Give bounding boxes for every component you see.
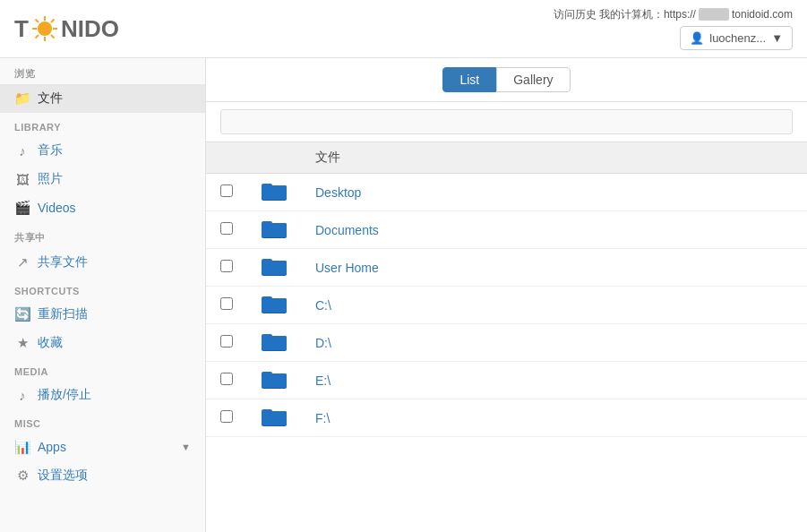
visit-url-masked [699, 8, 728, 21]
star-icon: ★ [14, 335, 30, 351]
list-view-button[interactable]: List [442, 67, 496, 92]
library-section-label: LIBRARY [0, 113, 205, 136]
row-checkbox-cell [206, 249, 247, 287]
photos-icon: 🖼 [14, 172, 30, 187]
row-checkbox[interactable] [220, 222, 233, 235]
folder-icon [262, 331, 287, 351]
row-icon-cell [247, 249, 301, 287]
logo-nido: NIDO [61, 15, 119, 43]
folder-icon [262, 181, 287, 201]
sidebar-item-files[interactable]: 📁 文件 [0, 84, 205, 113]
sidebar-item-settings[interactable]: ⚙ 设置选项 [0, 461, 205, 490]
name-column-header: 文件 [301, 142, 807, 174]
sidebar-apps-label: Apps [38, 440, 174, 454]
check-column-header [206, 142, 247, 174]
folder-icon [262, 369, 287, 389]
row-file-name[interactable]: E:\ [301, 362, 807, 399]
visit-history-text: 访问历史 我的计算机：https:// tonidoid.com [554, 7, 793, 22]
table-row: E:\ [206, 362, 807, 399]
folder-icon [262, 407, 287, 426]
row-icon-cell [247, 287, 301, 324]
rescan-icon: 🔄 [14, 306, 30, 322]
share-icon: ↗ [14, 254, 30, 270]
table-row: Desktop [206, 174, 807, 211]
row-file-name[interactable]: D:\ [301, 324, 807, 362]
sidebar-shared-files-label: 共享文件 [38, 254, 191, 270]
row-checkbox[interactable] [220, 410, 233, 423]
row-icon-cell [247, 362, 301, 399]
row-icon-cell [247, 399, 301, 437]
icon-column-header [247, 142, 301, 174]
table-row: C:\ [206, 287, 807, 324]
dropdown-arrow-icon: ▼ [771, 31, 783, 45]
svg-line-8 [35, 35, 39, 39]
search-bar [206, 102, 807, 142]
shared-section-label: 共享中 [0, 222, 205, 248]
svg-line-7 [51, 20, 55, 23]
user-icon: 👤 [690, 31, 704, 45]
row-file-name[interactable]: User Home [301, 249, 807, 287]
row-checkbox-cell [206, 362, 247, 399]
sidebar-settings-label: 设置选项 [38, 468, 191, 484]
row-checkbox-cell [206, 211, 247, 249]
folder-icon: 📁 [14, 90, 30, 107]
row-checkbox[interactable] [220, 335, 233, 348]
main-layout: 浏览 📁 文件 LIBRARY ♪ 音乐 🖼 照片 🎬 Videos 共享中 ↗… [0, 58, 807, 532]
settings-icon: ⚙ [14, 468, 30, 484]
folder-icon [262, 219, 287, 238]
table-row: F:\ [206, 399, 807, 437]
gallery-view-button[interactable]: Gallery [496, 67, 570, 92]
row-icon-cell [247, 324, 301, 362]
play-icon: ♪ [14, 388, 30, 403]
svg-rect-11 [262, 184, 272, 188]
sidebar-play-pause-label: 播放/停止 [38, 387, 191, 403]
svg-rect-29 [262, 409, 272, 414]
svg-rect-14 [262, 221, 272, 226]
row-file-name[interactable]: C:\ [301, 287, 807, 324]
sidebar-item-videos[interactable]: 🎬 Videos [0, 193, 205, 222]
row-checkbox[interactable] [220, 260, 233, 272]
svg-line-5 [35, 20, 39, 23]
sidebar-item-music[interactable]: ♪ 音乐 [0, 136, 205, 165]
user-dropdown-button[interactable]: 👤 luochenz... ▼ [680, 26, 793, 50]
row-file-name[interactable]: Desktop [301, 174, 807, 211]
row-icon-cell [247, 211, 301, 249]
file-table: 文件 Desktop [206, 142, 807, 532]
sidebar-photos-label: 照片 [38, 171, 191, 187]
sidebar-item-apps[interactable]: 📊 Apps ▼ [0, 433, 205, 461]
search-input[interactable] [220, 109, 793, 134]
row-checkbox[interactable] [220, 373, 233, 385]
shortcuts-section-label: SHORTCUTS [0, 277, 205, 300]
row-file-name[interactable]: F:\ [301, 399, 807, 437]
row-checkbox[interactable] [220, 184, 233, 197]
row-checkbox-cell [206, 174, 247, 211]
row-checkbox[interactable] [220, 297, 233, 310]
music-icon: ♪ [14, 143, 30, 159]
svg-rect-20 [262, 296, 272, 301]
main-content: List Gallery 文件 [206, 58, 807, 532]
svg-point-0 [38, 21, 52, 36]
svg-rect-17 [262, 259, 272, 263]
sidebar-favorites-label: 收藏 [38, 335, 191, 351]
sidebar-item-photos[interactable]: 🖼 照片 [0, 165, 205, 193]
row-checkbox-cell [206, 324, 247, 362]
table-row: Documents [206, 211, 807, 249]
view-toggle-bar: List Gallery [206, 58, 807, 102]
sidebar-item-play-pause[interactable]: ♪ 播放/停止 [0, 381, 205, 409]
logo-sun-icon [30, 14, 59, 43]
sidebar-item-shared-files[interactable]: ↗ 共享文件 [0, 248, 205, 277]
folder-icon [262, 256, 287, 276]
logo-t: T [14, 15, 29, 43]
sidebar-item-favorites[interactable]: ★ 收藏 [0, 329, 205, 357]
sidebar: 浏览 📁 文件 LIBRARY ♪ 音乐 🖼 照片 🎬 Videos 共享中 ↗… [0, 58, 206, 532]
media-section-label: MEDIA [0, 357, 205, 381]
table-row: D:\ [206, 324, 807, 362]
row-file-name[interactable]: Documents [301, 211, 807, 249]
sidebar-item-rescan[interactable]: 🔄 重新扫描 [0, 300, 205, 329]
apps-dropdown-arrow-icon: ▼ [181, 442, 191, 452]
apps-icon: 📊 [14, 439, 30, 455]
row-checkbox-cell [206, 287, 247, 324]
row-icon-cell [247, 174, 301, 211]
sidebar-music-label: 音乐 [38, 142, 191, 159]
table-row: User Home [206, 249, 807, 287]
